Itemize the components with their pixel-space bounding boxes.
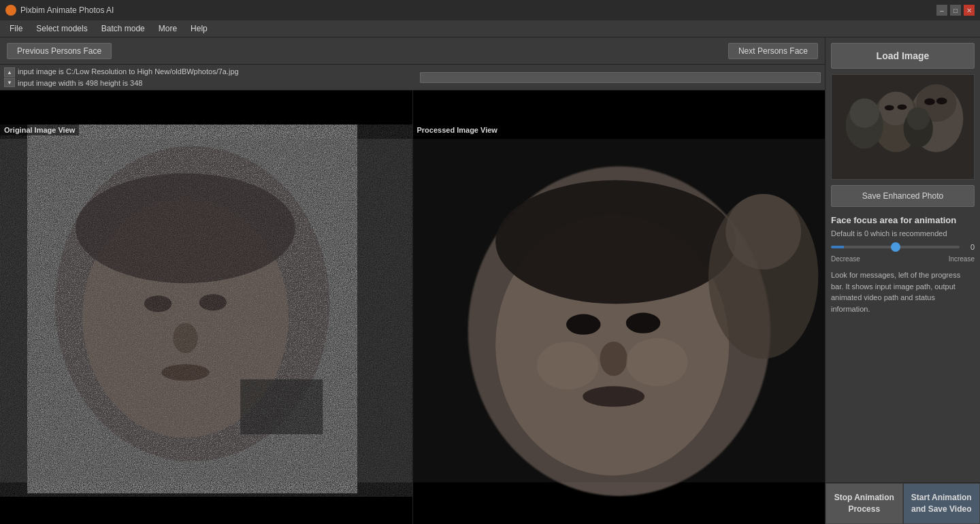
menu-select-models[interactable]: Select models xyxy=(29,22,94,35)
title-text: Pixbim Animate Photos AI xyxy=(20,5,936,15)
face-focus-slider[interactable] xyxy=(831,246,960,248)
face-focus-title: Face focus area for animation xyxy=(826,212,980,228)
maximize-button[interactable]: □ xyxy=(950,5,961,16)
progress-bar-container xyxy=(420,72,821,83)
nav-row: Previous Persons Face Next Persons Face xyxy=(0,37,825,65)
slider-decrease-label: Decrease xyxy=(831,255,860,263)
image-panels: Original Image View xyxy=(0,91,825,524)
stop-animation-button[interactable]: Stop AnimationProcess xyxy=(826,483,903,524)
main-layout: Previous Persons Face Next Persons Face … xyxy=(0,37,980,524)
sidebar-bottom-buttons: Stop AnimationProcess Start Animationand… xyxy=(826,482,980,524)
scroll-controls: ▲ ▼ xyxy=(4,67,15,87)
original-panel-label: Original Image View xyxy=(0,125,79,135)
menu-file[interactable]: File xyxy=(3,22,29,35)
start-animation-button[interactable]: Start Animationand Save Video xyxy=(903,483,981,524)
scroll-up-button[interactable]: ▲ xyxy=(4,67,15,77)
save-enhanced-button[interactable]: Save Enhanced Photo xyxy=(831,185,975,207)
slider-labels: Decrease Increase xyxy=(826,255,980,263)
menu-more[interactable]: More xyxy=(152,22,184,35)
face-focus-subtitle: Default is 0 which is recommended xyxy=(826,228,980,239)
info-line1: input image is C:/Low Resolution to High… xyxy=(18,66,417,78)
original-image-panel: Original Image View xyxy=(0,91,413,524)
thumbnail-area xyxy=(831,74,975,180)
sidebar-info-message: Look for messages, left of the progress … xyxy=(826,263,980,482)
processed-image-svg xyxy=(413,125,826,497)
processed-panel-label: Processed Image View xyxy=(413,125,502,135)
app-icon xyxy=(5,5,16,16)
sidebar: Load Image xyxy=(825,37,980,524)
slider-container: 0 xyxy=(826,239,980,255)
start-btn-label: Start Animationand Save Video xyxy=(911,493,972,514)
top-bar-left xyxy=(0,91,412,125)
menubar: File Select models Batch mode More Help xyxy=(0,20,980,37)
processed-image-panel: Processed Image View xyxy=(413,91,826,524)
menu-batch-mode[interactable]: Batch mode xyxy=(95,22,152,35)
svg-rect-39 xyxy=(832,75,973,179)
next-persons-button[interactable]: Next Persons Face xyxy=(728,43,818,59)
minimize-button[interactable]: – xyxy=(936,5,947,16)
thumbnail-svg xyxy=(832,75,974,179)
bottom-bar-left xyxy=(0,497,412,524)
slider-value-display: 0 xyxy=(964,243,975,251)
titlebar: Pixbim Animate Photos AI – □ ✕ xyxy=(0,0,980,20)
bottom-bar-right xyxy=(413,497,826,524)
info-line2: input image width is 498 height is 348 xyxy=(18,78,417,89)
close-button[interactable]: ✕ xyxy=(964,5,975,16)
svg-rect-24 xyxy=(413,139,826,482)
scroll-down-button[interactable]: ▼ xyxy=(4,78,15,87)
top-bar-right xyxy=(413,91,826,125)
original-image-svg xyxy=(0,125,412,497)
slider-increase-label: Increase xyxy=(949,255,975,263)
original-panel-content xyxy=(0,125,412,497)
svg-rect-10 xyxy=(0,139,412,482)
load-image-button[interactable]: Load Image xyxy=(831,43,975,69)
window-controls: – □ ✕ xyxy=(936,5,975,16)
stop-btn-label: Stop AnimationProcess xyxy=(834,493,894,514)
menu-help[interactable]: Help xyxy=(184,22,214,35)
content-area: Previous Persons Face Next Persons Face … xyxy=(0,37,825,524)
prev-persons-button[interactable]: Previous Persons Face xyxy=(7,43,112,59)
info-text: input image is C:/Low Resolution to High… xyxy=(18,66,417,88)
processed-panel-content xyxy=(413,125,826,497)
info-row: ▲ ▼ input image is C:/Low Resolution to … xyxy=(0,65,825,91)
